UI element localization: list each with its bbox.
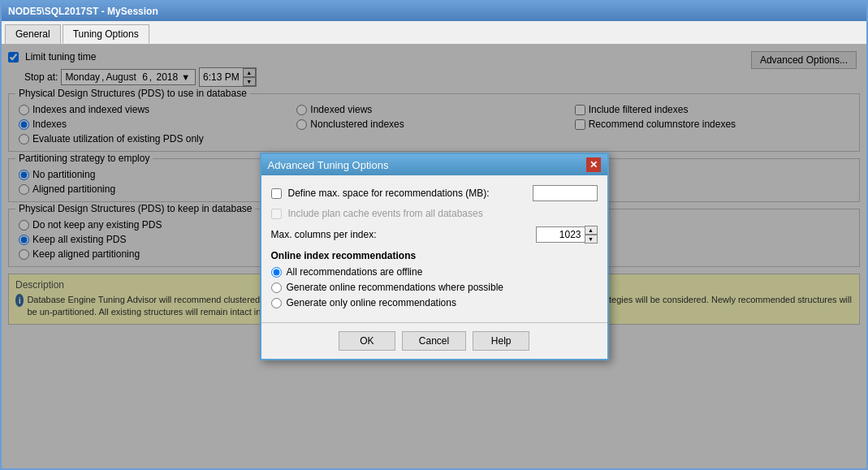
- radio-only-online: Generate only online recommendations: [271, 297, 598, 308]
- plan-cache-checkbox[interactable]: [271, 209, 282, 219]
- max-columns-spinner: ▲ ▼: [585, 226, 598, 244]
- modal-body: Define max. space for recommendations (M…: [261, 175, 607, 322]
- main-window: NODE5\SQL2017ST - MySession General Tuni…: [0, 0, 868, 470]
- radio-online-where-possible: Generate online recommendations where po…: [271, 282, 598, 293]
- define-max-space-row: Define max. space for recommendations (M…: [271, 185, 598, 201]
- define-max-space-label: Define max. space for recommendations (M…: [288, 188, 526, 199]
- window-title: NODE5\SQL2017ST - MySession: [8, 6, 158, 17]
- title-bar: NODE5\SQL2017ST - MySession: [2, 2, 866, 21]
- max-columns-row: Max. columns per index: 1023 ▲ ▼: [271, 226, 598, 244]
- modal-help-button[interactable]: Help: [473, 331, 529, 351]
- define-max-space-checkbox[interactable]: [271, 188, 282, 199]
- modal-title: Advanced Tuning Options: [268, 159, 389, 171]
- modal-title-bar: Advanced Tuning Options ✕: [261, 154, 607, 175]
- tabs-bar: General Tuning Options: [2, 21, 866, 45]
- tab-tuning-options[interactable]: Tuning Options: [63, 24, 149, 44]
- advanced-tuning-modal: Advanced Tuning Options ✕ Define max. sp…: [260, 153, 609, 360]
- plan-cache-row: Include plan cache events from all datab…: [271, 208, 598, 219]
- radio-all-offline-input[interactable]: [271, 267, 282, 278]
- max-columns-down-btn[interactable]: ▼: [585, 235, 598, 244]
- modal-buttons: OK Cancel Help: [261, 322, 607, 359]
- tab-general[interactable]: General: [5, 24, 61, 44]
- modal-ok-button[interactable]: OK: [339, 331, 395, 351]
- define-max-space-input[interactable]: [533, 185, 598, 201]
- max-columns-input[interactable]: 1023: [536, 226, 585, 243]
- modal-cancel-button[interactable]: Cancel: [402, 331, 466, 351]
- modal-overlay: Advanced Tuning Options ✕ Define max. sp…: [2, 45, 866, 468]
- plan-cache-label: Include plan cache events from all datab…: [288, 208, 598, 219]
- max-columns-label: Max. columns per index:: [271, 229, 536, 240]
- radio-all-offline: All recommendations are offline: [271, 266, 598, 278]
- max-columns-input-wrap: 1023 ▲ ▼: [536, 226, 598, 244]
- radio-only-online-input[interactable]: [271, 298, 282, 308]
- online-index-label: Online index recommendations: [271, 250, 598, 261]
- main-content: Advanced Options... Limit tuning time St…: [2, 45, 866, 468]
- modal-close-button[interactable]: ✕: [586, 157, 601, 172]
- radio-online-where-possible-input[interactable]: [271, 282, 282, 293]
- max-columns-up-btn[interactable]: ▲: [585, 226, 598, 235]
